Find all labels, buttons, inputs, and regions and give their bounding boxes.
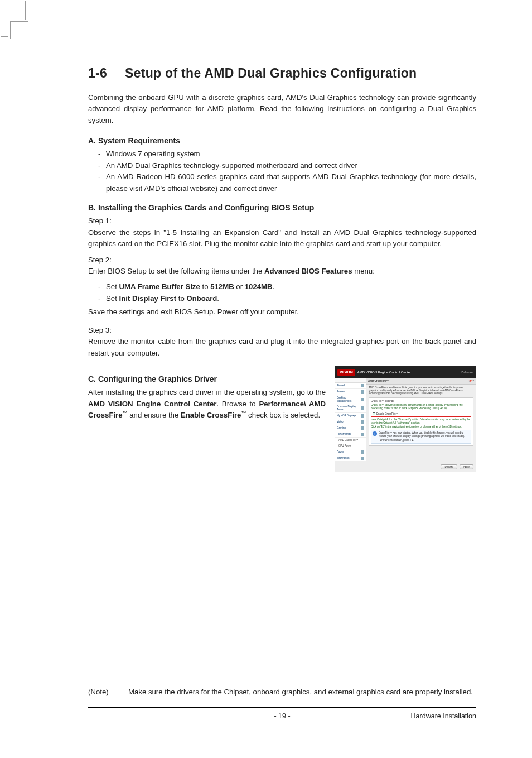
apply-button[interactable]: Apply <box>460 464 473 469</box>
section-number: 1-6 <box>88 66 125 81</box>
ss-button-bar: Discard Apply <box>335 462 476 472</box>
info-icon <box>361 457 364 460</box>
presets-icon <box>361 390 364 394</box>
section-title: Setup of the AMD Dual Graphics Configura… <box>125 66 417 80</box>
footer: - 19 - Hardware Installation <box>88 712 476 720</box>
sidebar-item-vga[interactable]: My VGA Displays <box>335 413 366 419</box>
step1-label: Step 1: <box>88 215 476 227</box>
sidebar-item-presets[interactable]: Presets <box>335 389 366 395</box>
footer-section: Hardware Installation <box>411 712 476 720</box>
sidebar-item-crossfire[interactable]: AMD CrossFire™ <box>335 438 366 443</box>
desktop-icon <box>361 398 364 401</box>
pin-icon <box>361 384 364 387</box>
ss-info-text: CrossFire™ has now started. When you dis… <box>379 431 470 438</box>
req-item: An AMD Radeon HD 6000 series graphics ca… <box>106 171 476 194</box>
step2-label: Step 2: <box>88 255 476 266</box>
discard-button[interactable]: Discard <box>441 464 457 469</box>
ss-preferences[interactable]: Preferences <box>461 371 473 374</box>
info-icon: i <box>373 431 377 436</box>
sidebar-item-information[interactable]: Information <box>335 455 366 462</box>
note-label: (Note) <box>88 687 128 698</box>
sidebar-item-power[interactable]: Power <box>335 449 366 455</box>
step3-text: Remove the monitor cable from the graphi… <box>88 336 476 359</box>
page-title: 1-6Setup of the AMD Dual Graphics Config… <box>88 66 476 81</box>
ss-info-more: For more information, press F1. <box>379 439 470 442</box>
monitor-icon <box>361 414 364 418</box>
sidebar-item-performance[interactable]: Performance <box>335 431 366 438</box>
video-icon <box>361 420 364 424</box>
ss-settings-panel: CrossFire™ Settings CrossFire™ delivers … <box>369 397 473 446</box>
step2-intro: Enter BIOS Setup to set the following it… <box>88 266 476 277</box>
section-a-title: A. System Requirements <box>88 136 476 145</box>
sidebar-item-video[interactable]: Video <box>335 419 366 425</box>
intro-paragraph: Combining the onboard GPU with a discret… <box>88 92 476 126</box>
gaming-icon <box>361 426 364 430</box>
step3-label: Step 3: <box>88 325 476 336</box>
sidebar-item-cpu-power[interactable]: CPU Power <box>335 443 366 449</box>
ss-title: AMD VISION Engine Control Center <box>357 371 462 375</box>
ss-note1: have Catalyst A.I. in the "Standard" pos… <box>371 418 471 424</box>
step2-list: -Set UMA Frame Buffer Size to 512MB or 1… <box>98 281 476 304</box>
enable-crossfire-label: Enable CrossFire™ <box>376 412 398 415</box>
section-b-title: B. Installing the Graphics Cards and Con… <box>88 203 476 212</box>
note-block: (Note) Make sure the drivers for the Chi… <box>88 687 476 698</box>
page-number: - 19 - <box>274 712 290 720</box>
ss-breadcrumb: AMD CrossFire™📌 ? <box>366 378 476 384</box>
sidebar-item-pinned[interactable]: Pinned <box>335 383 366 389</box>
gauge-icon <box>361 433 364 436</box>
enable-crossfire-row[interactable]: Enable CrossFire™ <box>371 411 471 417</box>
display-icon <box>361 406 364 410</box>
sidebar-item-display-tasks[interactable]: Common Display Tasks <box>335 404 366 413</box>
req-item: Windows 7 operating system <box>106 148 200 160</box>
page-content: 1-6Setup of the AMD Dual Graphics Config… <box>88 66 476 472</box>
ss-search[interactable] <box>335 378 366 383</box>
ss-titlebar: VISION AMD VISION Engine Control Center … <box>335 366 476 378</box>
crop-mark <box>10 21 28 39</box>
ss-note2: Click on '3D' in the navigation tree to … <box>371 425 471 428</box>
ss-panel-title: CrossFire™ Settings <box>371 400 471 402</box>
power-icon <box>361 450 364 454</box>
ss-description: AMD CrossFire™ enables multiple graphics… <box>369 386 473 395</box>
ss-main: AMD CrossFire™📌 ? AMD CrossFire™ enables… <box>366 378 476 461</box>
sidebar-item-desktop[interactable]: Desktop Management <box>335 395 366 404</box>
ss-info-box: i CrossFire™ has now started. When you d… <box>371 430 471 443</box>
amd-control-center-screenshot: VISION AMD VISION Engine Control Center … <box>335 366 476 472</box>
section-c-text: After installing the graphics card drive… <box>88 387 326 421</box>
step1-text: Observe the steps in "1-5 Installing an … <box>88 227 476 250</box>
req-item: An AMD Dual Graphics technology-supporte… <box>106 160 357 171</box>
note-text: Make sure the drivers for the Chipset, o… <box>128 687 476 698</box>
section-c-title: C. Configuring the Graphics Driver <box>88 375 326 383</box>
bios-item: Set UMA Frame Buffer Size to 512MB or 10… <box>106 281 274 292</box>
checkbox-icon[interactable] <box>373 412 375 415</box>
vision-logo: VISION <box>337 369 355 376</box>
step2-save: Save the settings and exit BIOS Setup. P… <box>88 306 476 318</box>
sidebar-item-gaming[interactable]: Gaming <box>335 425 366 431</box>
ss-panel-sub: CrossFire™ delivers exceptional performa… <box>371 404 471 410</box>
ss-sidebar: Pinned Presets Desktop Management Common… <box>335 378 366 461</box>
bios-item: Set Init Display First to Onboard. <box>106 293 219 304</box>
footer-rule <box>88 707 476 708</box>
section-a-list: -Windows 7 operating system -An AMD Dual… <box>98 148 476 194</box>
pin-help-icon[interactable]: 📌 ? <box>468 380 474 382</box>
